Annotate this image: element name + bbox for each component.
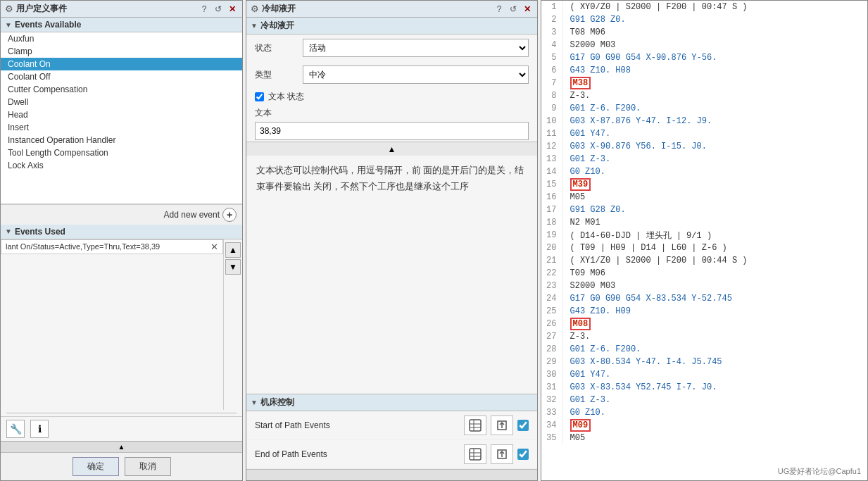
mid-refresh-btn[interactable]: ↺: [508, 4, 519, 15]
left-panel-title: 用户定义事件: [16, 3, 196, 15]
table-row: 18N2 M01: [541, 216, 867, 229]
table-row: 35M05: [541, 432, 867, 444]
code-cell: M09: [562, 419, 867, 432]
code-cell: G0 Z10.: [562, 406, 867, 419]
start-of-path-label: Start of Path Events: [255, 420, 460, 430]
list-item[interactable]: Coolant On: [1, 58, 242, 70]
coolant-section-label: 冷却液开: [260, 20, 294, 32]
table-row: 26M08: [541, 318, 867, 330]
code-cell: T08 M06: [562, 26, 867, 39]
list-item[interactable]: Lock Axis: [1, 159, 242, 172]
table-row: 22T09 M06: [541, 267, 867, 280]
left-help-btn[interactable]: ?: [199, 4, 210, 15]
table-row: 1( XY0/Z0 | S2000 | F200 | 00:47 S ): [541, 1, 867, 13]
start-path-icon-btn-2[interactable]: [491, 416, 513, 435]
type-row: 类型 中冷外冷内冷: [246, 61, 537, 88]
list-item[interactable]: Head: [1, 108, 242, 121]
used-up-btn[interactable]: ▲: [225, 242, 241, 258]
status-select[interactable]: 活动非活动所有: [303, 39, 529, 57]
line-number: 6: [541, 64, 562, 77]
end-of-path-label: End of Path Events: [255, 449, 460, 459]
table-row: 33G0 Z10.: [541, 406, 867, 419]
code-cell: G91 G28 Z0.: [562, 13, 867, 26]
table-row: 10G03 X-87.876 Y-47. I-12. J9.: [541, 115, 867, 127]
machine-control-section: ▼ 机床控制 Start of Path Events End of Path …: [246, 394, 537, 480]
mid-help-btn[interactable]: ?: [493, 4, 505, 15]
arrow-icon: ▼: [5, 21, 12, 29]
mid-expand-arrow[interactable]: ▲: [246, 142, 537, 156]
left-close-btn[interactable]: ✕: [227, 4, 238, 15]
mid-settings-icon: ⚙: [251, 4, 259, 14]
code-cell: Z-3.: [562, 330, 867, 343]
coolant-arrow-icon: ▼: [251, 22, 258, 30]
events-available-header: ▼ Events Available: [1, 18, 242, 32]
code-cell: G01 Z-6. F200.: [562, 343, 867, 356]
table-row: 23S2000 M03: [541, 280, 867, 292]
table-row: 30G01 Y47.: [541, 368, 867, 381]
line-number: 2: [541, 13, 562, 26]
separator: [6, 413, 237, 413]
used-down-btn[interactable]: ▼: [225, 259, 241, 275]
left-ok-button[interactable]: 确定: [73, 457, 119, 476]
list-item[interactable]: Instanced Operation Handler: [1, 134, 242, 146]
watermark: UG爱好者论坛@Capfu1: [778, 466, 861, 477]
list-item[interactable]: Clamp: [1, 45, 242, 58]
table-row: 34M09: [541, 419, 867, 432]
start-path-icon-btn-1[interactable]: [464, 416, 486, 435]
wrench-icon-btn[interactable]: 🔧: [6, 420, 25, 438]
line-number: 14: [541, 165, 562, 178]
list-item[interactable]: Coolant Off: [1, 70, 242, 83]
used-item-close-btn[interactable]: ✕: [210, 242, 218, 252]
end-path-checkbox[interactable]: [517, 449, 529, 460]
line-number: 23: [541, 280, 562, 292]
code-cell: M05: [562, 432, 867, 444]
text-input[interactable]: [255, 122, 529, 140]
line-number: 32: [541, 394, 562, 406]
table-row: 24G17 G0 G90 G54 X-83.534 Y-52.745: [541, 292, 867, 305]
line-number: 4: [541, 39, 562, 51]
end-path-icon-btn-2[interactable]: [491, 444, 513, 464]
add-new-event-button[interactable]: +: [222, 208, 237, 222]
machine-control-label: 机床控制: [260, 396, 294, 408]
text-field-label: 文本: [246, 106, 537, 120]
line-number: 29: [541, 356, 562, 368]
expand-up-btn[interactable]: ▲: [1, 441, 242, 452]
description-area: 文本状态可以控制代码，用逗号隔开，前 面的是开后门的是关，结束事件要输出 关闭，…: [246, 156, 537, 394]
list-item[interactable]: Tool Length Compensation: [1, 146, 242, 159]
line-number: 5: [541, 51, 562, 64]
left-cancel-button[interactable]: 取消: [125, 457, 171, 476]
events-used-label: Events Used: [15, 227, 65, 237]
table-row: 16M05: [541, 191, 867, 204]
table-row: 3T08 M06: [541, 26, 867, 39]
type-select[interactable]: 中冷外冷内冷: [303, 65, 529, 84]
table-row: 27Z-3.: [541, 330, 867, 343]
line-number: 28: [541, 343, 562, 356]
code-cell: G91 G28 Z0.: [562, 204, 867, 216]
events-available-list: AuxfunClampCoolant OnCoolant OffCutter C…: [1, 32, 242, 204]
line-number: 16: [541, 191, 562, 204]
left-refresh-btn[interactable]: ↺: [213, 4, 224, 15]
settings-icon: ⚙: [5, 4, 13, 14]
info-icon-btn[interactable]: ℹ: [30, 420, 49, 438]
table-row: 4S2000 M03: [541, 39, 867, 51]
end-path-icon-btn-1[interactable]: [464, 444, 486, 464]
list-item[interactable]: Dwell: [1, 96, 242, 108]
mid-close-btn[interactable]: ✕: [522, 4, 533, 15]
machine-control-header: ▼ 机床控制: [246, 394, 537, 411]
line-number: 33: [541, 406, 562, 419]
list-item[interactable]: Insert: [1, 121, 242, 134]
list-item[interactable]: Auxfun: [1, 32, 242, 45]
code-cell: ( XY0/Z0 | S2000 | F200 | 00:47 S ): [562, 1, 867, 13]
start-path-checkbox[interactable]: [517, 420, 529, 431]
table-row: 29G03 X-80.534 Y-47. I-4. J5.745: [541, 356, 867, 368]
mid-panel: ⚙ 冷却液开 ? ↺ ✕ ▼ 冷却液开 状态 活动非活动所有 类型 中冷外冷内冷…: [246, 0, 538, 481]
list-item[interactable]: Cutter Compensation: [1, 83, 242, 96]
table-row: 5G17 G0 G90 G54 X-90.876 Y-56.: [541, 51, 867, 64]
arrow-used-icon: ▼: [5, 227, 12, 235]
mid-title-bar: ⚙ 冷却液开 ? ↺ ✕: [246, 1, 537, 18]
text-status-label: 文本 状态: [268, 91, 304, 103]
events-available-label: Events Available: [15, 20, 82, 30]
table-row: 17G91 G28 Z0.: [541, 204, 867, 216]
text-status-checkbox[interactable]: [255, 92, 264, 101]
code-cell: G43 Z10. H08: [562, 64, 867, 77]
